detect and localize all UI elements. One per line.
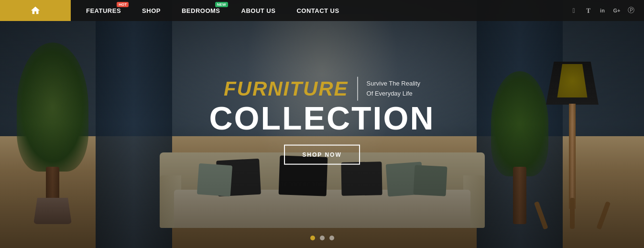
nav-about-us[interactable]: ABOUT US bbox=[231, 0, 286, 21]
hot-badge: HOT bbox=[117, 2, 129, 7]
linkedin-icon[interactable]: in bbox=[598, 8, 607, 13]
google-plus-icon[interactable]: G+ bbox=[612, 8, 621, 13]
nav-bedrooms[interactable]: BEDROOMS NEW bbox=[171, 0, 231, 21]
navigation: FEATURES HOT SHOP BEDROOMS NEW ABOUT US … bbox=[0, 0, 644, 21]
nav-features[interactable]: FEATURES HOT bbox=[76, 0, 131, 21]
nav-shop[interactable]: SHOP bbox=[131, 0, 171, 21]
carousel-dots bbox=[310, 236, 334, 240]
pinterest-icon[interactable]: Ⓟ bbox=[627, 6, 635, 15]
shop-now-button[interactable]: SHOP NOW bbox=[284, 144, 360, 164]
home-icon bbox=[30, 5, 41, 16]
home-nav-item[interactable] bbox=[0, 0, 71, 21]
carousel-dot-1[interactable] bbox=[310, 236, 315, 240]
social-icons:  𝐓 in G+ Ⓟ bbox=[569, 6, 644, 15]
hero-top-row: FURNITURE Survive The Reality Of Everyda… bbox=[224, 76, 420, 100]
carousel-dot-2[interactable] bbox=[320, 236, 325, 240]
nav-items: FEATURES HOT SHOP BEDROOMS NEW ABOUT US … bbox=[71, 0, 569, 21]
hero-furniture-label: FURNITURE bbox=[224, 77, 349, 100]
facebook-icon[interactable]:  bbox=[569, 7, 578, 14]
hero-collection-label: COLLECTION bbox=[209, 101, 435, 134]
hero-content: FURNITURE Survive The Reality Of Everyda… bbox=[209, 76, 435, 164]
hero-tagline: Survive The Reality Of Everyday Life bbox=[367, 78, 420, 98]
nav-contact-us[interactable]: CONTACT US bbox=[286, 0, 349, 21]
hero-divider bbox=[357, 76, 358, 100]
new-badge: NEW bbox=[215, 2, 228, 7]
carousel-dot-3[interactable] bbox=[329, 236, 334, 240]
twitter-icon[interactable]: 𝐓 bbox=[584, 7, 592, 15]
hero-section: FURNITURE Survive The Reality Of Everyda… bbox=[0, 0, 644, 248]
